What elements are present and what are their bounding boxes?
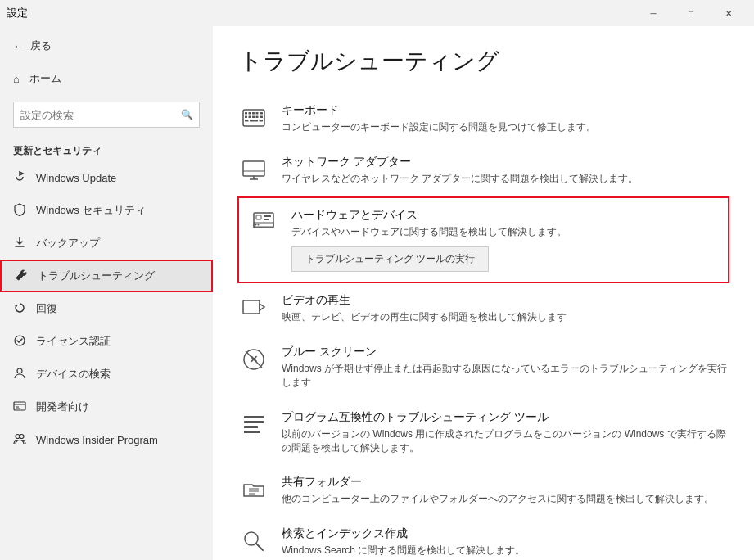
svg-rect-39 — [244, 421, 264, 423]
sidebar-item-backup[interactable]: バックアップ — [0, 227, 213, 260]
svg-rect-11 — [252, 112, 255, 115]
search-ts-icon — [239, 526, 269, 556]
svg-rect-30 — [254, 223, 273, 227]
svg-rect-18 — [260, 116, 263, 119]
sidebar-item-find-device[interactable]: デバイスの検索 — [0, 358, 213, 391]
wrench-icon — [15, 269, 28, 284]
activation-label: ライセンス認証 — [36, 334, 111, 349]
insider-label: Windows Insider Program — [36, 434, 158, 446]
search-input[interactable] — [13, 102, 200, 128]
recovery-icon — [13, 301, 26, 317]
svg-rect-16 — [252, 116, 255, 119]
update-icon — [13, 170, 26, 186]
troubleshoot-label: トラブルシューティング — [38, 269, 155, 283]
ts-hardware-desc: デバイスやハードウェアに関する問題を検出して解決します。 — [291, 225, 718, 239]
shared-folder-icon — [239, 475, 269, 504]
svg-point-31 — [255, 224, 257, 225]
content-area: トラブルシューティング — [213, 26, 754, 560]
svg-rect-9 — [245, 112, 247, 115]
keyboard-icon — [239, 103, 269, 133]
sidebar-item-recovery[interactable]: 回復 — [0, 292, 213, 325]
ts-item-hardware[interactable]: ハードウェアとデバイス デバイスやハードウェアに関する問題を検出して解決します。… — [237, 196, 729, 284]
svg-rect-33 — [243, 300, 260, 314]
hardware-icon — [249, 208, 278, 237]
video-icon — [239, 293, 269, 323]
windows-security-label: Windows セキュリティ — [36, 203, 146, 218]
svg-rect-41 — [244, 431, 260, 433]
maximize-button[interactable]: □ — [672, 0, 710, 26]
svg-rect-17 — [256, 116, 259, 119]
home-icon: ⌂ — [13, 73, 20, 85]
search-icon: 🔍 — [181, 109, 193, 120]
ts-shared-title: 共有フォルダー — [282, 475, 728, 490]
ts-search-desc: Windows Search に関する問題を検出して解決します。 — [282, 544, 728, 558]
developer-label: 開発者向け — [36, 400, 89, 414]
find-device-icon — [13, 367, 26, 382]
ts-compat-text: プログラム互換性のトラブルシューティング ツール 以前のバージョンの Windo… — [282, 410, 728, 455]
shield-icon — [13, 203, 26, 219]
svg-rect-13 — [260, 112, 263, 115]
ts-shared-text: 共有フォルダー 他のコンピューター上のファイルやフォルダーへのアクセスに関する問… — [282, 475, 728, 506]
ts-network-desc: ワイヤレスなどのネットワーク アダプターに関する問題を検出して解決します。 — [282, 172, 728, 186]
ts-item-compatibility[interactable]: プログラム互換性のトラブルシューティング ツール 以前のバージョンの Windo… — [239, 400, 728, 466]
search-box: 🔍 — [13, 102, 200, 128]
home-label: ホーム — [29, 71, 61, 86]
ts-item-keyboard[interactable]: キーボード コンピューターのキーボード設定に関する問題を見つけて修正します。 — [239, 93, 728, 145]
back-button[interactable]: ← 戻る — [0, 29, 213, 62]
svg-line-46 — [256, 544, 263, 550]
sidebar-item-insider[interactable]: Windows Insider Program — [0, 423, 213, 456]
ts-item-network[interactable]: ネットワーク アダプター ワイヤレスなどのネットワーク アダプターに関する問題を… — [239, 145, 728, 196]
sidebar-item-windows-security[interactable]: Windows セキュリティ — [0, 194, 213, 227]
sidebar: ← 戻る ⌂ ホーム 🔍 更新とセキュリティ Windows Update — [0, 26, 213, 560]
back-icon: ← — [13, 40, 24, 52]
ts-item-video[interactable]: ビデオの再生 映画、テレビ、ビデオの再生に関する問題を検出して解決します — [239, 283, 728, 335]
svg-rect-27 — [256, 215, 261, 219]
ts-item-bluescreen[interactable]: ✕ ブルー スクリーン Windows が予期せず停止または再起動する原因になっ… — [239, 335, 728, 400]
sidebar-item-windows-update[interactable]: Windows Update — [0, 161, 213, 194]
ts-search-text: 検索とインデックス作成 Windows Search に関する問題を検出して解決… — [282, 526, 728, 558]
ts-item-shared-folder[interactable]: 共有フォルダー 他のコンピューター上のファイルやフォルダーへのアクセスに関する問… — [239, 465, 728, 517]
svg-point-6 — [16, 434, 20, 438]
svg-text:✕: ✕ — [250, 354, 258, 365]
svg-rect-15 — [249, 116, 251, 119]
svg-rect-28 — [264, 215, 271, 217]
run-troubleshooter-button[interactable]: トラブルシューティング ツールの実行 — [291, 246, 489, 272]
sidebar-item-troubleshoot[interactable]: トラブルシューティング — [0, 260, 213, 292]
recovery-label: 回復 — [36, 301, 57, 316]
ts-video-title: ビデオの再生 — [282, 293, 728, 308]
ts-item-search[interactable]: 検索とインデックス作成 Windows Search に関する問題を検出して解決… — [239, 517, 728, 560]
network-icon — [239, 155, 269, 184]
minimize-button[interactable]: ─ — [634, 0, 672, 26]
ts-compat-title: プログラム互換性のトラブルシューティング ツール — [282, 410, 728, 425]
svg-rect-20 — [250, 120, 258, 122]
app-container: ← 戻る ⌂ ホーム 🔍 更新とセキュリティ Windows Update — [0, 26, 754, 560]
ts-bluescreen-title: ブルー スクリーン — [282, 345, 728, 359]
ts-keyboard-title: キーボード — [282, 103, 728, 118]
ts-keyboard-desc: コンピューターのキーボード設定に関する問題を見つけて修正します。 — [282, 120, 728, 134]
sidebar-item-activation[interactable]: ライセンス認証 — [0, 325, 213, 358]
backup-icon — [13, 236, 26, 251]
bluescreen-icon: ✕ — [239, 345, 269, 374]
developer-icon — [13, 400, 26, 415]
sidebar-item-developer[interactable]: 開発者向け — [0, 391, 213, 423]
sidebar-item-home[interactable]: ⌂ ホーム — [0, 62, 213, 95]
ts-video-text: ビデオの再生 映画、テレビ、ビデオの再生に関する問題を検出して解決します — [282, 293, 728, 324]
svg-marker-34 — [260, 304, 264, 310]
ts-compat-desc: 以前のバージョンの Windows 用に作成されたプログラムをこのバージョンの … — [282, 427, 728, 455]
backup-label: バックアップ — [36, 236, 100, 251]
close-button[interactable]: ✕ — [710, 0, 747, 26]
back-label: 戻る — [30, 38, 52, 53]
svg-rect-40 — [244, 426, 258, 428]
svg-rect-38 — [244, 416, 264, 418]
window-controls: ─ □ ✕ — [634, 0, 747, 26]
svg-point-1 — [17, 368, 22, 373]
insider-icon — [13, 432, 26, 448]
ts-shared-desc: 他のコンピューター上のファイルやフォルダーへのアクセスに関する問題を検出して解決… — [282, 492, 728, 506]
activation-icon — [13, 334, 26, 350]
ts-bluescreen-desc: Windows が予期せず停止または再起動する原因になっているエラーのトラブルシ… — [282, 362, 728, 390]
ts-network-text: ネットワーク アダプター ワイヤレスなどのネットワーク アダプターに関する問題を… — [282, 155, 728, 186]
ts-video-desc: 映画、テレビ、ビデオの再生に関する問題を検出して解決します — [282, 310, 728, 324]
compatibility-icon — [239, 410, 269, 440]
ts-hardware-title: ハードウェアとデバイス — [291, 208, 718, 223]
svg-point-32 — [258, 224, 260, 225]
